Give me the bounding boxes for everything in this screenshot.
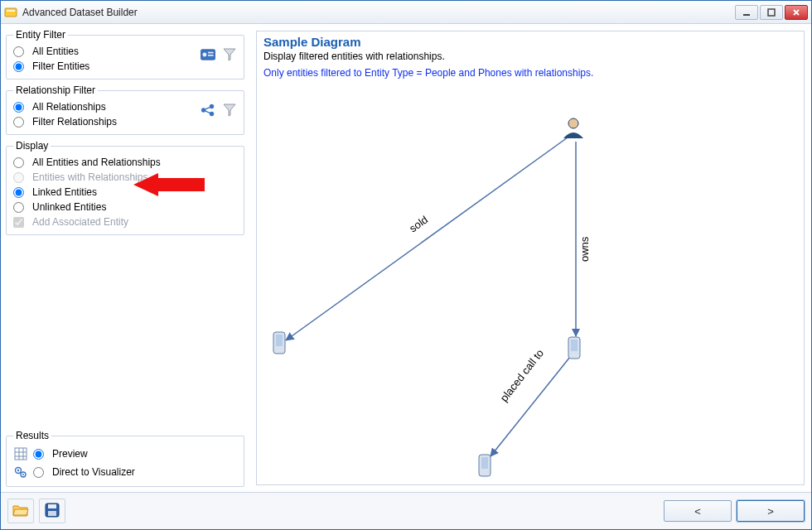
svg-point-15 [22, 474, 24, 475]
diagram-canvas: Sample Diagram Display filtered entities… [256, 31, 805, 485]
radio-results-preview-label: Preview [52, 448, 88, 460]
radio-all-relationships-label: All Relationships [32, 101, 106, 113]
svg-rect-20 [571, 340, 578, 351]
relationship-filter-icons [201, 103, 237, 118]
svg-point-16 [568, 118, 578, 128]
entity-filter-legend: Entity Filter [13, 29, 68, 41]
results-direct-row: Direct to Visualizer [13, 463, 239, 481]
diagram-title: Sample Diagram [263, 35, 797, 49]
close-button[interactable] [785, 5, 808, 20]
radio-display-linked[interactable]: Linked Entities [13, 185, 239, 200]
svg-point-9 [210, 104, 214, 108]
svg-rect-0 [5, 8, 17, 17]
radio-filter-entities-input[interactable] [13, 61, 24, 72]
app-window: Advanced Dataset Builder Entity Filter [0, 0, 812, 530]
radio-display-unlinked-label: Unlinked Entities [32, 201, 106, 213]
radio-display-all[interactable]: All Entities and Relationships [13, 155, 239, 170]
relationship-filter-legend: Relationship Filter [13, 84, 98, 96]
grid-icon [13, 446, 28, 461]
node-person[interactable] [563, 118, 583, 138]
edge-sold [286, 137, 568, 340]
radio-display-unlinked-input[interactable] [13, 202, 24, 213]
sidebar: Entity Filter [1, 24, 249, 492]
svg-rect-3 [768, 9, 775, 16]
window-controls [735, 5, 808, 20]
funnel-icon[interactable] [222, 103, 237, 118]
radio-display-linked-label: Linked Entities [32, 186, 97, 198]
svg-rect-25 [48, 511, 56, 516]
entity-filter-icons [201, 47, 237, 62]
svg-rect-6 [208, 52, 214, 54]
save-button[interactable] [39, 499, 65, 523]
radio-all-entities-input[interactable] [13, 46, 24, 57]
canvas-wrap: Sample Diagram Display filtered entities… [249, 24, 811, 492]
radio-display-all-label: All Entities and Relationships [32, 157, 161, 168]
window-title: Advanced Dataset Builder [22, 7, 730, 18]
svg-point-5 [202, 53, 206, 57]
radio-display-withrel-input [13, 172, 24, 183]
svg-rect-11 [15, 448, 27, 460]
radio-results-direct-label: Direct to Visualizer [52, 466, 135, 478]
radio-filter-entities-label: Filter Entities [32, 60, 89, 72]
footer: < > [1, 493, 811, 529]
check-add-assoc-input [13, 217, 24, 228]
svg-rect-18 [276, 335, 283, 346]
diagram-subtitle: Display filtered entities with relations… [263, 51, 797, 62]
id-card-icon[interactable] [201, 47, 215, 62]
check-add-assoc: Add Associated Entity [13, 214, 239, 229]
radio-filter-relationships-input[interactable] [13, 117, 24, 128]
node-phone-right[interactable] [568, 337, 580, 359]
svg-rect-24 [48, 504, 56, 508]
entity-filter-group: Entity Filter [6, 29, 244, 80]
funnel-icon[interactable] [222, 47, 237, 62]
back-button[interactable]: < [664, 500, 732, 522]
svg-point-8 [201, 108, 205, 112]
open-button[interactable] [7, 499, 34, 523]
content-area: Entity Filter [1, 24, 811, 493]
maximize-button[interactable] [760, 5, 783, 20]
results-group: Results Preview [6, 430, 244, 487]
radio-results-preview-input[interactable] [33, 449, 44, 460]
diagram-svg: sold owns placed call to [257, 84, 804, 481]
svg-rect-2 [743, 14, 750, 16]
radio-display-withrel-label: Entities with Relationships [32, 171, 147, 183]
folder-open-icon [12, 504, 29, 519]
svg-point-14 [17, 470, 19, 471]
results-legend: Results [13, 430, 51, 441]
radio-display-all-input[interactable] [13, 157, 24, 168]
svg-rect-22 [481, 457, 488, 469]
edge-owns-label: owns [578, 236, 591, 262]
svg-rect-1 [7, 10, 15, 12]
radio-filter-relationships-label: Filter Relationships [32, 116, 117, 128]
radio-results-direct-input[interactable] [33, 467, 44, 478]
titlebar: Advanced Dataset Builder [1, 1, 811, 24]
display-legend: Display [13, 140, 51, 152]
radio-results-preview[interactable]: Preview [33, 448, 88, 460]
node-phone-left[interactable] [273, 332, 285, 354]
edge-sold-label: sold [407, 213, 430, 234]
diagram-note: Only entities filtered to Entity Type = … [263, 67, 797, 79]
minimize-button[interactable] [735, 5, 758, 20]
node-phone-bottom[interactable] [479, 455, 491, 476]
radio-all-relationships-input[interactable] [13, 102, 24, 113]
results-preview-row: Preview [13, 445, 239, 463]
svg-rect-7 [208, 55, 214, 56]
radio-results-direct[interactable]: Direct to Visualizer [33, 466, 135, 478]
radio-display-linked-input[interactable] [13, 187, 24, 198]
radio-display-unlinked[interactable]: Unlinked Entities [13, 200, 239, 214]
svg-point-10 [210, 112, 214, 116]
share-icon[interactable] [201, 103, 215, 118]
next-button[interactable]: > [737, 500, 805, 522]
sidebar-spacer [6, 240, 244, 425]
display-group: Display All Entities and Relationships E… [6, 140, 244, 235]
app-icon [4, 6, 17, 19]
radio-all-entities-label: All Entities [32, 46, 79, 57]
relationship-filter-group: Relationship Filter [6, 84, 244, 135]
radio-display-withrel: Entities with Relationships [13, 170, 239, 185]
check-add-assoc-label: Add Associated Entity [32, 216, 128, 228]
gears-icon [13, 465, 28, 479]
save-icon [45, 503, 60, 520]
